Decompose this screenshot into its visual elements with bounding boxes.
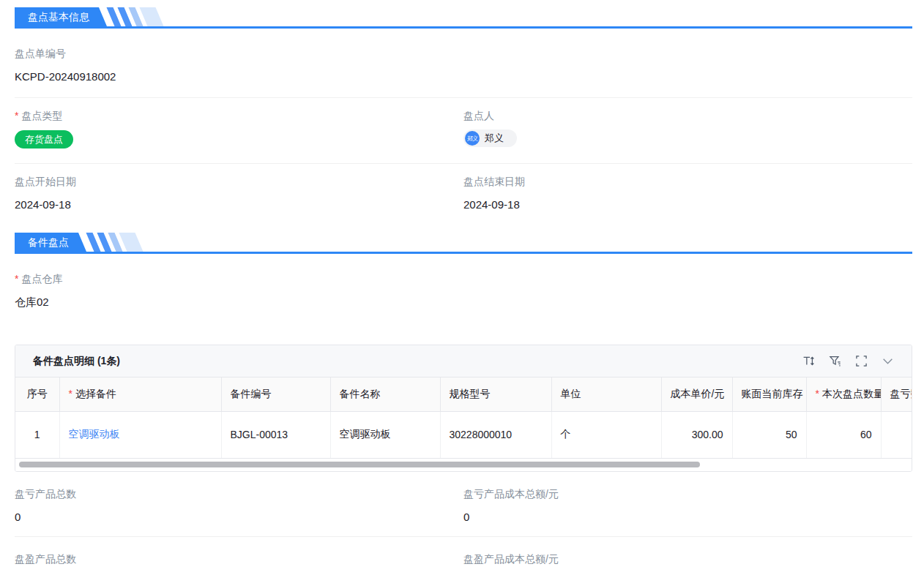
section-banner-parts: 备件盘点	[15, 233, 912, 254]
column-header: *本次盘点数量	[806, 377, 881, 411]
column-header: 备件名称	[330, 377, 440, 411]
order-no-label: 盘点单编号	[15, 48, 469, 61]
section-title-basic: 盘点基本信息	[15, 7, 107, 26]
person-pill: 郑义 郑义	[463, 129, 517, 147]
end-date-label: 盘点结束日期	[463, 176, 912, 189]
horizontal-scrollbar	[15, 459, 912, 471]
filter-icon[interactable]	[829, 355, 841, 367]
column-header: 序号	[15, 377, 59, 411]
loss-amount-value: 0	[463, 511, 912, 523]
column-header: 备件编号	[221, 377, 330, 411]
field-row-order-no: 盘点单编号 KCPD-20240918002	[15, 29, 912, 98]
fullscreen-icon[interactable]	[855, 355, 868, 367]
required-mark: *	[69, 388, 72, 399]
banner-stripes	[90, 233, 139, 252]
banner-stripe	[139, 7, 163, 26]
loss-count-label: 盘亏产品总数	[15, 488, 463, 501]
field-loss-count: 盘亏产品总数 0	[15, 488, 463, 523]
detail-table-wrap: 序号*选择备件备件编号备件名称规格型号单位成本单价/元账面当前库存*本次盘点数量…	[15, 377, 912, 459]
column-header: 盘亏数	[881, 377, 912, 411]
loss-count-value: 0	[15, 511, 463, 523]
table-cell: 1	[15, 411, 59, 458]
table-cell: 空调驱动板	[59, 411, 221, 458]
field-start-date: 盘点开始日期 2024-09-18	[15, 176, 463, 211]
column-header: 单位	[551, 377, 661, 411]
loss-amount-label: 盘亏产品成本总额/元	[463, 488, 912, 501]
table-cell: 个	[551, 411, 661, 458]
column-header: 规格型号	[440, 377, 551, 411]
required-mark: *	[15, 273, 18, 285]
warehouse-value: 仓库02	[15, 296, 469, 309]
field-gain-count: 盘盈产品总数 10	[15, 553, 463, 575]
start-date-label: 盘点开始日期	[15, 176, 463, 189]
field-order-no: 盘点单编号 KCPD-20240918002	[15, 48, 469, 83]
table-cell: 50	[732, 411, 806, 458]
table-cell: 30228000010	[440, 411, 551, 458]
part-link[interactable]: 空调驱动板	[69, 428, 120, 440]
banner-stripes	[111, 7, 160, 26]
start-date-value: 2024-09-18	[15, 198, 463, 211]
table-header-row: 序号*选择备件备件编号备件名称规格型号单位成本单价/元账面当前库存*本次盘点数量…	[15, 377, 912, 411]
detail-panel-header: 备件盘点明细 (1条)	[15, 345, 912, 377]
table-cell: 空调驱动板	[330, 411, 440, 458]
field-gain-amount: 盘盈产品成本总额/元 3,000	[463, 553, 912, 575]
detail-panel-title: 备件盘点明细 (1条)	[33, 355, 120, 368]
table-cell	[881, 411, 912, 458]
section-title-parts: 备件盘点	[15, 233, 86, 252]
field-row-dates: 盘点开始日期 2024-09-18 盘点结束日期 2024-09-18	[15, 164, 912, 225]
detail-panel: 备件盘点明细 (1条)	[15, 345, 912, 472]
person-name: 郑义	[485, 132, 504, 145]
field-type: *盘点类型 存货盘点	[15, 110, 463, 149]
detail-panel-toolbar	[802, 355, 894, 367]
column-header: *选择备件	[59, 377, 221, 411]
table-cell: 300.00	[661, 411, 732, 458]
type-tag: 存货盘点	[15, 130, 73, 149]
warehouse-label: *盘点仓库	[15, 273, 469, 286]
scrollbar-thumb[interactable]	[19, 462, 700, 467]
detail-table: 序号*选择备件备件编号备件名称规格型号单位成本单价/元账面当前库存*本次盘点数量…	[15, 377, 912, 459]
table-cell: BJGL-00013	[221, 411, 330, 458]
required-mark: *	[15, 110, 18, 121]
row-height-icon[interactable]	[802, 355, 815, 367]
column-header: 账面当前库存	[732, 377, 806, 411]
column-header: 成本单价/元	[661, 377, 732, 411]
field-row-warehouse: *盘点仓库 仓库02	[15, 254, 912, 324]
end-date-value: 2024-09-18	[463, 198, 912, 211]
person-label: 盘点人	[463, 110, 912, 123]
summary-row-gain: 盘盈产品总数 10 盘盈产品成本总额/元 3,000	[15, 537, 912, 575]
gain-amount-label: 盘盈产品成本总额/元	[463, 553, 912, 566]
section-banner-basic: 盘点基本信息	[15, 7, 912, 29]
banner-stripe	[119, 233, 143, 252]
field-end-date: 盘点结束日期 2024-09-18	[463, 176, 912, 211]
order-no-value: KCPD-20240918002	[15, 70, 469, 83]
summary-row-loss: 盘亏产品总数 0 盘亏产品成本总额/元 0	[15, 472, 912, 537]
page: 盘点基本信息 盘点单编号 KCPD-20240918002 *盘点类型 存货盘点…	[0, 0, 924, 575]
field-person: 盘点人 郑义 郑义	[463, 110, 912, 149]
field-loss-amount: 盘亏产品成本总额/元 0	[463, 488, 912, 523]
gain-count-label: 盘盈产品总数	[15, 553, 463, 566]
type-label: *盘点类型	[15, 110, 463, 123]
field-row-type-person: *盘点类型 存货盘点 盘点人 郑义 郑义	[15, 98, 912, 164]
table-row: 1空调驱动板BJGL-00013空调驱动板30228000010个300.005…	[15, 411, 912, 458]
table-cell: 60	[806, 411, 881, 458]
collapse-icon[interactable]	[882, 355, 894, 367]
person-avatar: 郑义	[465, 131, 480, 146]
field-warehouse: *盘点仓库 仓库02	[15, 273, 469, 309]
required-mark: *	[816, 388, 819, 399]
